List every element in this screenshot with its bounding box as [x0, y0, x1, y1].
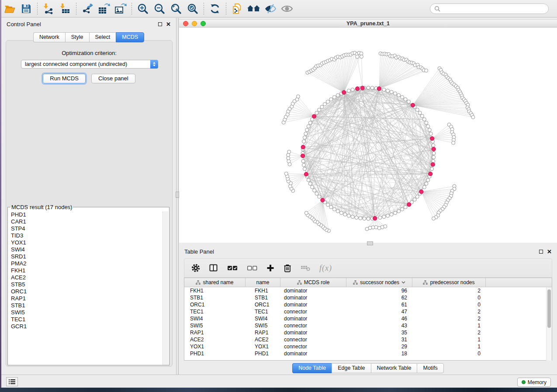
table-row[interactable]: YOX1YOX1connector291: [184, 343, 552, 350]
table-cell[interactable]: 29: [346, 344, 412, 350]
tab-edge-table[interactable]: Edge Table: [332, 363, 370, 373]
table-row[interactable]: TEC1TEC1connector472: [184, 308, 552, 315]
memory-button[interactable]: Memory: [517, 378, 551, 387]
vertical-splitter-handle[interactable]: [176, 192, 179, 198]
export-network-icon[interactable]: [79, 2, 96, 16]
import-network-icon[interactable]: [40, 2, 57, 16]
result-node-item[interactable]: ORC1: [11, 288, 169, 295]
show-all-icon[interactable]: [279, 2, 295, 16]
table-cell[interactable]: 35: [346, 330, 412, 336]
close-table-panel-icon[interactable]: ✕: [547, 250, 552, 254]
table-cell[interactable]: 43: [346, 323, 412, 329]
table-cell[interactable]: 2: [412, 288, 486, 294]
table-cell[interactable]: 47: [346, 309, 412, 315]
table-cell[interactable]: 0: [412, 302, 486, 308]
table-cell[interactable]: PHD1: [184, 351, 246, 357]
column-header-shared-name[interactable]: shared name: [184, 278, 246, 287]
function-builder-icon[interactable]: f(x): [319, 264, 332, 273]
result-node-item[interactable]: FKH1: [11, 267, 169, 274]
table-cell[interactable]: dominator: [280, 295, 346, 301]
table-row[interactable]: SWI5SWI5connector431: [184, 322, 552, 329]
mcds-result-list[interactable]: PHD1CAR1STP4TID3YOX1SWI4SRD1PMA2FKH1ACE2…: [8, 210, 169, 365]
result-node-item[interactable]: STP4: [11, 225, 169, 232]
result-node-item[interactable]: TEC1: [11, 316, 169, 323]
column-header-successor-nodes[interactable]: successor nodes: [346, 278, 412, 287]
add-column-icon[interactable]: [266, 264, 274, 272]
deselect-all-columns-icon[interactable]: [247, 265, 257, 271]
result-node-item[interactable]: SRD1: [11, 253, 169, 260]
tab-network-table[interactable]: Network Table: [371, 363, 417, 373]
table-cell[interactable]: connector: [280, 323, 346, 329]
result-node-item[interactable]: RAP1: [11, 295, 169, 302]
table-cell[interactable]: RAP1: [184, 330, 246, 336]
table-cell[interactable]: 96: [346, 288, 412, 294]
close-panel-icon[interactable]: ✕: [166, 22, 171, 26]
table-scrollbar[interactable]: [546, 287, 552, 361]
table-cell[interactable]: ACE2: [246, 337, 280, 343]
network-window-titlebar[interactable]: YPA_prune.txt_1: [179, 19, 557, 28]
table-cell[interactable]: dominator: [280, 351, 346, 357]
table-cell[interactable]: 61: [346, 302, 412, 308]
table-cell[interactable]: 18: [346, 351, 412, 357]
network-graph[interactable]: [179, 28, 557, 243]
table-cell[interactable]: ORC1: [184, 302, 246, 308]
table-cell[interactable]: 0: [412, 295, 486, 301]
table-cell[interactable]: 46: [346, 316, 412, 322]
open-file-icon[interactable]: [1, 2, 18, 16]
table-cell[interactable]: connector: [280, 344, 346, 350]
table-cell[interactable]: connector: [280, 309, 346, 315]
table-cell[interactable]: 0: [412, 351, 486, 357]
tab-select[interactable]: Select: [89, 32, 116, 42]
result-node-item[interactable]: CAR1: [11, 218, 169, 225]
result-node-item[interactable]: ACE2: [11, 274, 169, 281]
result-node-item[interactable]: TID3: [11, 232, 169, 239]
result-list-scrollbar[interactable]: [163, 211, 168, 365]
table-cell[interactable]: ORC1: [246, 302, 280, 308]
table-cell[interactable]: 1: [412, 337, 486, 343]
table-cell[interactable]: 2: [412, 309, 486, 315]
table-cell[interactable]: 2: [412, 330, 486, 336]
column-header-predecessor-nodes[interactable]: predecessor nodes: [412, 278, 486, 287]
table-row[interactable]: SWI4SWI4dominator462: [184, 315, 552, 322]
table-cell[interactable]: dominator: [280, 330, 346, 336]
result-node-item[interactable]: SWI5: [11, 309, 169, 316]
table-cell[interactable]: 1: [412, 323, 486, 329]
table-cell[interactable]: 2: [412, 316, 486, 322]
task-history-button[interactable]: [6, 377, 18, 386]
table-cell[interactable]: dominator: [280, 302, 346, 308]
horizontal-splitter-handle[interactable]: [367, 241, 373, 245]
save-session-icon[interactable]: [18, 2, 35, 16]
result-node-item[interactable]: SWI4: [11, 246, 169, 253]
zoom-selected-icon[interactable]: [184, 2, 201, 16]
import-table-icon[interactable]: [57, 2, 73, 16]
table-row[interactable]: RAP1RAP1dominator352: [184, 329, 552, 336]
zoom-in-icon[interactable]: [135, 2, 151, 16]
clone-network-icon[interactable]: [229, 2, 246, 16]
tab-mcds[interactable]: MCDS: [116, 32, 144, 42]
column-header-MCDS-role[interactable]: MCDS role: [280, 278, 346, 287]
show-columns-icon[interactable]: [209, 264, 218, 272]
table-cell[interactable]: 1: [412, 344, 486, 350]
first-neighbors-icon[interactable]: [246, 2, 262, 16]
table-cell[interactable]: RAP1: [246, 330, 280, 336]
hide-selected-icon[interactable]: [262, 2, 279, 16]
table-cell[interactable]: 62: [346, 295, 412, 301]
tab-motifs[interactable]: Motifs: [417, 363, 443, 373]
zoom-out-icon[interactable]: [151, 2, 168, 16]
table-cell[interactable]: connector: [280, 337, 346, 343]
table-row[interactable]: STB1STB1dominator620: [184, 294, 552, 301]
table-row[interactable]: FKH1FKH1dominator962: [184, 287, 552, 294]
table-cell[interactable]: SWI5: [246, 323, 280, 329]
vertical-splitter[interactable]: [176, 18, 179, 375]
refresh-layout-icon[interactable]: [207, 2, 223, 16]
table-cell[interactable]: FKH1: [246, 288, 280, 294]
result-node-item[interactable]: STB5: [11, 281, 169, 288]
tab-style[interactable]: Style: [65, 32, 89, 42]
result-node-item[interactable]: GCR1: [11, 323, 169, 330]
search-input[interactable]: [440, 6, 548, 12]
result-node-item[interactable]: PMA2: [11, 260, 169, 267]
table-row[interactable]: PHD1PHD1dominator180: [184, 350, 552, 357]
column-header-name[interactable]: name: [246, 278, 280, 287]
result-node-item[interactable]: STB1: [11, 302, 169, 309]
float-panel-icon[interactable]: [158, 22, 162, 26]
